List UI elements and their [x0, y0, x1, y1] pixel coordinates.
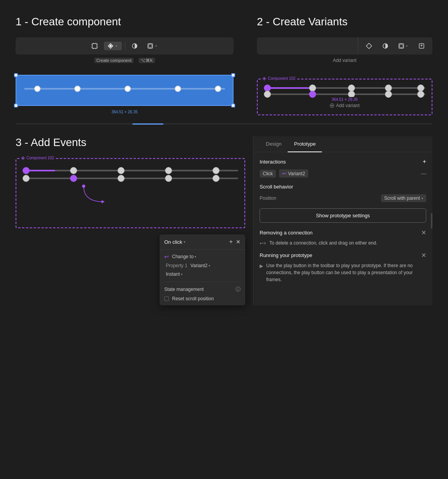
- event-thumb-w2: [118, 167, 125, 174]
- tip1-text: To delete a connection, click and drag o…: [269, 239, 378, 247]
- variant-track-1: [264, 87, 425, 89]
- onclick-header: On click ▾ + ✕: [160, 234, 245, 250]
- add-interaction-btn[interactable]: +: [423, 158, 426, 165]
- event-thumb-w1: [70, 167, 77, 174]
- search-input-area[interactable]: [257, 37, 358, 55]
- remove-interaction-btn[interactable]: —: [421, 171, 426, 176]
- section-add-events: 3 - Add Events Component 102: [16, 136, 245, 305]
- contrast-btn-2[interactable]: [379, 41, 392, 51]
- reset-scroll-checkbox[interactable]: [164, 296, 169, 301]
- variant-row-1: [264, 87, 425, 89]
- export-btn[interactable]: [415, 41, 428, 51]
- events-canvas: Component 102: [16, 158, 245, 228]
- change-to-row: ↩ Change to ▾: [164, 254, 241, 260]
- trigger-label: Click: [263, 171, 273, 176]
- component-label-2: Component 102: [261, 76, 297, 81]
- panel-tabs: Design Prototype: [253, 136, 432, 152]
- drag-handle[interactable]: [431, 213, 432, 229]
- slider-size-label: 364.51 × 26.35: [110, 109, 139, 114]
- design-tab-label: Design: [266, 141, 281, 147]
- component-toolbar-btn[interactable]: [104, 42, 122, 50]
- show-prototype-label: Show prototype settings: [316, 213, 370, 218]
- tip-running-prototype: Running your prototype ✕ ▶ Use the play …: [260, 252, 426, 283]
- toolbar-divider-1: [125, 42, 125, 50]
- tip-removing-connection: Removing a connection ✕ ↩× To delete a c…: [260, 229, 426, 247]
- reset-scroll-row: Reset scroll position: [164, 296, 241, 301]
- onclick-title[interactable]: On click ▾: [164, 239, 185, 245]
- tip2-close-btn[interactable]: ✕: [421, 252, 426, 259]
- svg-rect-14: [400, 44, 403, 48]
- onclick-add-btn[interactable]: +: [229, 238, 233, 245]
- svg-marker-18: [102, 200, 105, 203]
- event-thumb-w7: [165, 175, 172, 182]
- tip1-icon: ↩×: [260, 240, 266, 247]
- reset-scroll-label: Reset scroll position: [172, 296, 214, 301]
- instant-chevron: ▾: [181, 273, 183, 276]
- event-thumb-w5: [23, 175, 30, 182]
- bottom-grid: 3 - Add Events Component 102: [0, 129, 448, 321]
- tip1-header: Removing a connection ✕: [260, 229, 426, 236]
- prototype-tab-label: Prototype: [294, 141, 316, 147]
- selection-handle-br: [231, 104, 235, 107]
- variant-thumb-w8: [417, 91, 424, 98]
- onclick-popup-wrapper: On click ▾ + ✕ ↩: [16, 234, 245, 305]
- section-create-component: 1 - Create component: [16, 16, 245, 115]
- add-variant-diamond-btn[interactable]: [363, 41, 375, 51]
- add-variant-btn[interactable]: Add variant: [264, 103, 425, 108]
- state-management-label: State management: [164, 287, 204, 292]
- event-thumb-w3: [165, 167, 172, 174]
- change-to-dropdown[interactable]: Change to ▾: [172, 254, 196, 259]
- tip2-icon: ▶: [260, 262, 263, 283]
- variants-size-label: 364.51 × 29.35: [330, 97, 359, 102]
- tooltip-text: Create component: [94, 58, 134, 63]
- event-track-2: [23, 178, 238, 179]
- event-variant-row-1: [23, 170, 238, 171]
- selection-handle-tl: [14, 73, 18, 77]
- tip1-close-btn[interactable]: ✕: [421, 229, 426, 236]
- slider-canvas-inner: 364.51 × 26.35: [16, 75, 234, 106]
- event-track-1: [23, 170, 238, 171]
- onclick-body: ↩ Change to ▾ Property 1 Variant2 ▾: [160, 250, 245, 305]
- scroll-behavior-section: Scroll behavior Position Scroll with par…: [260, 184, 426, 202]
- variant-thumb-p2: [309, 91, 316, 98]
- interaction-icon: ↩: [282, 171, 286, 176]
- property1-label: Property 1: [166, 263, 187, 268]
- layers-btn-2[interactable]: [395, 42, 411, 50]
- event-thumb-w8: [213, 175, 220, 182]
- toolbar-row-2: [257, 37, 432, 55]
- tip2-header: Running your prototype ✕: [260, 252, 426, 259]
- layers-toolbar-btn[interactable]: [144, 41, 161, 51]
- add-variant-tooltip: Add variant: [257, 58, 432, 63]
- frame-toolbar-btn[interactable]: [88, 41, 101, 51]
- instant-dropdown[interactable]: Instant ▾: [166, 271, 183, 277]
- slider-thumb-1: [34, 86, 40, 92]
- show-prototype-btn[interactable]: Show prototype settings: [260, 208, 426, 223]
- instant-row: Instant ▾: [164, 271, 241, 277]
- create-component-tooltip: Create component ⌥⌘K: [16, 58, 234, 63]
- toolbar-bar-1: [16, 37, 234, 55]
- tip2-text: Use the play button in the toolbar to pl…: [266, 262, 426, 283]
- svg-point-17: [82, 185, 85, 188]
- app-layout: 1 - Create component: [0, 0, 448, 321]
- interactions-section: Interactions +: [260, 158, 426, 165]
- change-to-icon: ↩: [164, 254, 169, 260]
- scroll-dropdown[interactable]: Scroll with parent ▾: [381, 194, 426, 202]
- position-label: Position: [260, 195, 276, 201]
- slider-canvas-1: 364.51 × 26.35: [16, 75, 234, 106]
- connection-arrow: [16, 178, 244, 210]
- variants-canvas: Component 102: [257, 79, 432, 115]
- tab-design[interactable]: Design: [260, 136, 288, 152]
- scroll-row: Position Scroll with parent ▾: [260, 194, 426, 202]
- props-row: Property 1 Variant2 ▾: [164, 263, 241, 268]
- event-variant-row-2: [23, 178, 238, 179]
- top-grid: 1 - Create component: [0, 0, 448, 123]
- tab-prototype[interactable]: Prototype: [288, 136, 322, 152]
- onclick-close-btn[interactable]: ✕: [236, 238, 241, 245]
- target-chip[interactable]: ↩ Variant2: [279, 169, 308, 178]
- popup-divider: [164, 282, 241, 282]
- trigger-chip[interactable]: Click: [260, 170, 276, 178]
- contrast-toolbar-btn[interactable]: [128, 41, 141, 51]
- state-management-info-btn[interactable]: ⓘ: [235, 286, 241, 293]
- panel-body: Interactions + Click ↩ Variant2 —: [253, 152, 432, 294]
- variant2-dropdown[interactable]: Variant2 ▾: [190, 263, 210, 268]
